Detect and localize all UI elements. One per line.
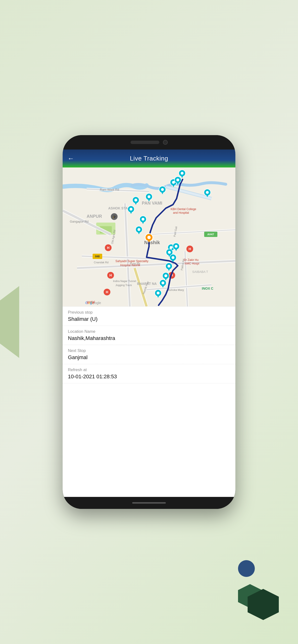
svg-text:ASHOK STA: ASHOK STA [108, 206, 128, 210]
refresh-at-value: 10-01-2021 01:28:53 [68, 374, 230, 380]
svg-point-66 [129, 208, 132, 210]
svg-point-52 [181, 172, 184, 175]
app-header: ← Live Tracking [63, 150, 235, 168]
phone-speaker [130, 141, 159, 144]
next-stop-value: Ganjmal [68, 354, 230, 360]
svg-text:848: 848 [95, 255, 100, 258]
phone-notch [63, 135, 235, 150]
next-stop-label: Next Stop [68, 348, 230, 353]
bg-circle [238, 560, 255, 577]
previous-stop-row: Previous stop Shalimar (U) [63, 307, 235, 326]
svg-point-70 [137, 228, 140, 231]
svg-point-88 [157, 292, 160, 294]
location-name-value: Nashik,Maharashtra [68, 335, 230, 342]
phone-bottom-bar [63, 497, 235, 509]
svg-point-72 [147, 236, 151, 239]
svg-point-76 [175, 245, 178, 248]
svg-text:l: l [91, 301, 92, 305]
refresh-at-row: Refresh at 10-01-2021 01:28:53 [63, 364, 235, 383]
svg-text:H: H [189, 247, 191, 251]
svg-text:Ashoka Marg: Ashoka Marg [168, 288, 184, 291]
svg-text:e: e [92, 301, 94, 305]
previous-stop-label: Previous stop [68, 310, 230, 315]
svg-text:Hospital Nashik: Hospital Nashik [120, 264, 140, 267]
refresh-at-label: Refresh at [68, 368, 230, 372]
svg-text:Dr Zakir Hu: Dr Zakir Hu [184, 258, 198, 262]
svg-point-84 [164, 274, 167, 277]
svg-text:SAIBABA T: SAIBABA T [192, 270, 208, 274]
svg-point-56 [176, 178, 179, 181]
svg-text:and Hospital: and Hospital [173, 211, 189, 214]
svg-point-58 [206, 191, 209, 194]
svg-text:H: H [107, 246, 109, 250]
svg-text:KBH Dental College: KBH Dental College [171, 208, 196, 211]
page-wrapper: ← Live Tracking [0, 0, 298, 644]
svg-text:PAN  VAMI: PAN VAMI [142, 201, 162, 206]
phone-screen: ← Live Tracking [63, 150, 235, 497]
map-container[interactable]: AH47 848 Ram Wadi Rd Gangapur Rd Old Agr… [63, 168, 235, 306]
back-button[interactable]: ← [67, 155, 74, 162]
svg-text:Jogging Track: Jogging Track [115, 284, 132, 286]
svg-text:🎓: 🎓 [112, 215, 116, 218]
svg-text:NMC Hospi: NMC Hospi [185, 262, 199, 265]
next-stop-row: Next Stop Ganjmal [63, 345, 235, 364]
phone-camera [163, 140, 168, 145]
location-name-label: Location Name [68, 329, 230, 334]
svg-point-78 [168, 251, 171, 254]
svg-text:AH47: AH47 [207, 233, 214, 236]
svg-point-74 [170, 246, 173, 249]
map-svg: AH47 848 Ram Wadi Rd Gangapur Rd Old Agr… [63, 168, 235, 306]
svg-text:Cnandak Rd: Cnandak Rd [94, 261, 108, 264]
svg-point-86 [162, 282, 164, 284]
svg-point-62 [134, 198, 137, 202]
back-arrow-icon[interactable]: ← [67, 155, 74, 162]
svg-point-80 [172, 256, 175, 259]
previous-stop-value: Shalimar (U) [68, 316, 230, 322]
svg-text:ANPUR: ANPUR [87, 214, 102, 219]
svg-point-60 [161, 188, 164, 191]
svg-text:H: H [106, 290, 108, 294]
home-indicator [132, 502, 166, 504]
svg-text:INOX C: INOX C [202, 286, 213, 290]
location-name-row: Location Name Nashik,Maharashtra [63, 326, 235, 345]
svg-text:H: H [109, 273, 112, 277]
svg-text:Sahyadri Super Speciality: Sahyadri Super Speciality [115, 260, 148, 263]
svg-point-82 [168, 265, 170, 268]
svg-point-68 [141, 218, 144, 221]
bg-shape-left [0, 286, 19, 358]
svg-text:Indira Nagar Tunnel: Indira Nagar Tunnel [113, 280, 136, 282]
phone-device: ← Live Tracking [63, 135, 235, 509]
svg-text:Gangapur Rd: Gangapur Rd [70, 220, 89, 223]
info-panel: Previous stop Shalimar (U) Location Name… [63, 306, 235, 383]
svg-text:Ram Wadi Rd: Ram Wadi Rd [100, 188, 119, 192]
page-title: Live Tracking [130, 155, 168, 162]
svg-point-64 [147, 195, 151, 198]
